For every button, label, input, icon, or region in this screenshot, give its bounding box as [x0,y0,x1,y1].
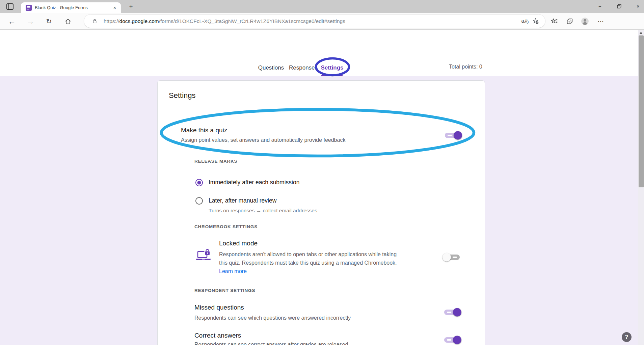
forms-header: Blank Quiz Send ⋮ M [0,30,638,59]
settings-heading: Settings [169,91,196,100]
tab-responses[interactable]: Responses [289,62,316,73]
new-tab-button[interactable]: + [126,2,136,11]
make-quiz-description: Assign point values, set answers and aut… [181,137,345,143]
locked-mode-title: Locked mode [219,240,258,247]
radio-later-review-note: Turns on responses → collect email addre… [209,208,317,214]
laptop-lock-icon [195,249,211,262]
collections-icon [566,18,573,25]
browser-titlebar: Blank Quiz - Google Forms × + − × [0,0,644,13]
tab-actions-icon [6,3,14,10]
window-minimize-button[interactable]: − [592,0,608,12]
scrollbar-thumb[interactable] [639,35,644,187]
browser-tab[interactable]: Blank Quiz - Google Forms × [21,2,121,13]
translate-icon[interactable]: aあ [520,16,530,26]
correct-answers-toggle[interactable] [444,337,460,343]
window-restore-button[interactable] [612,0,627,12]
browser-window: Blank Quiz - Google Forms × + − × ← → ↻ … [0,0,644,345]
page-scrollbar[interactable] [638,30,644,345]
settings-page-background: Settings Make this a quiz Assign point v… [0,76,638,345]
favorites-icon [551,18,558,25]
browser-menu-button[interactable]: ⋯ [595,16,607,27]
favorites-button[interactable] [548,16,560,27]
radio-later-review[interactable] [195,197,203,205]
tab-questions[interactable]: Questions [256,62,286,73]
learn-more-link[interactable]: Learn more [219,268,247,274]
forward-button[interactable]: → [25,17,35,26]
window-restore-icon [617,4,621,8]
missed-questions-toggle[interactable] [444,310,460,315]
help-button[interactable]: ? [622,332,632,342]
scrollbar-up-arrow[interactable] [640,32,642,34]
correct-answers-title: Correct answers [194,332,241,339]
site-lock-icon[interactable] [89,16,100,26]
home-icon [64,18,72,25]
settings-card: Settings Make this a quiz Assign point v… [157,80,485,345]
google-forms-favicon [26,5,32,11]
correct-answers-description: Respondents can see correct answers afte… [194,342,348,345]
release-marks-section-label: RELEASE MARKS [194,159,237,164]
address-bar[interactable]: https://docs.google.com/forms/d/1OKCFcL-… [84,14,545,28]
make-quiz-title: Make this a quiz [181,127,227,134]
respondent-section-label: RESPONDENT SETTINGS [194,288,255,293]
back-button[interactable]: ← [7,17,17,26]
locked-mode-description: Respondents aren't allowed to open tabs … [219,250,403,275]
profile-avatar-icon [581,17,589,26]
forms-tab-strip: Questions Responses Settings Total point… [0,59,638,76]
missed-questions-description: Respondents can see which questions were… [194,315,351,321]
browser-toolbar: ← → ↻ https://docs.google.com/forms/d/1O… [0,13,644,30]
missed-questions-title: Missed questions [194,304,244,311]
locked-mode-toggle[interactable] [444,255,460,260]
reload-button[interactable]: ↻ [44,17,54,26]
locked-mode-description-text: Respondents aren't allowed to open tabs … [219,251,397,266]
divider [163,108,479,108]
chromebook-section-label: CHROMEBOOK SETTINGS [194,224,258,229]
add-favorite-icon[interactable] [530,16,540,26]
tab-actions-menu-button[interactable] [5,2,15,11]
make-quiz-toggle[interactable] [445,133,460,138]
radio-immediately[interactable] [195,179,203,186]
window-close-button[interactable]: × [630,0,644,12]
collections-button[interactable] [564,16,575,27]
radio-immediately-label[interactable]: Immediately after each submission [209,179,299,186]
tab-close-icon[interactable]: × [112,5,117,10]
tab-title: Blank Quiz - Google Forms [35,5,112,10]
tab-settings[interactable]: Settings [319,62,345,73]
url-text: https://docs.google.com/forms/d/1OKCFcL-… [104,18,520,24]
browser-profile-button[interactable] [579,16,591,27]
radio-later-review-label[interactable]: Later, after manual review [209,197,276,204]
home-button[interactable] [63,17,73,26]
total-points-label: Total points: 0 [449,64,482,70]
